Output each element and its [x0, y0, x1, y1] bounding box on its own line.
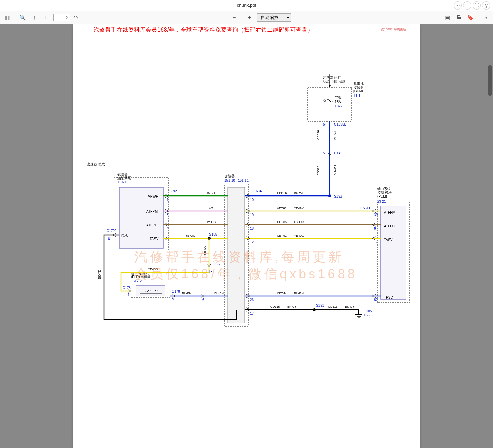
svg-text:GD115: GD115 [328, 305, 338, 309]
header-banner: 汽修帮手在线资料库会员168/年，全球车型资料免费查询（扫码右边二维码即可查看） [73, 24, 420, 36]
svg-text:VET86: VET86 [277, 207, 287, 210]
svg-rect-21 [308, 87, 352, 121]
print-icon[interactable]: 🖶 [455, 14, 463, 22]
page-total-label: / 9 [74, 16, 78, 20]
svg-text:CET85: CET85 [277, 220, 287, 224]
svg-text:VT: VT [209, 207, 213, 210]
svg-text:C145: C145 [334, 151, 342, 155]
svg-text:51: 51 [323, 151, 327, 155]
target-button[interactable]: ◎ [482, 1, 490, 10]
maximize-button[interactable]: ⛶ [473, 1, 481, 10]
svg-text:VPWR: VPWR [148, 194, 158, 198]
svg-text:起动或 运行状态 下的 电源: 起动或 运行状态 下的 电源 [323, 76, 345, 83]
svg-point-107 [313, 308, 316, 311]
svg-text:5: 5 [167, 213, 169, 217]
sidebar-toggle-icon[interactable]: ▥ [3, 14, 12, 22]
svg-text:C1792: C1792 [167, 189, 177, 193]
svg-text:CBB26: CBB26 [277, 191, 287, 195]
svg-text:S185: S185 [209, 232, 217, 236]
svg-text:BU-WH: BU-WH [334, 165, 337, 176]
svg-text:87: 87 [374, 298, 378, 302]
svg-text:GY-OG: GY-OG [294, 220, 304, 224]
svg-text:C177: C177 [213, 262, 221, 266]
svg-text:CBB26: CBB26 [317, 166, 320, 175]
svg-text:39: 39 [374, 213, 378, 217]
svg-text:12: 12 [250, 240, 254, 244]
page-viewport: 汽修帮手在线资料库会员168/年，全球车型资料免费查询（扫码右边二维码即可查看）… [0, 24, 493, 448]
svg-text:GN-VT: GN-VT [206, 191, 216, 195]
svg-text:S192: S192 [334, 194, 342, 198]
svg-text:ATFPC: ATFPC [146, 223, 157, 227]
svg-text:C178: C178 [172, 290, 180, 293]
svg-rect-17 [136, 286, 165, 296]
svg-text:变速器: 变速器 [224, 174, 235, 178]
zoom-select[interactable]: 自动缩放 [257, 13, 291, 22]
svg-text:GD115: GD115 [270, 305, 280, 309]
svg-rect-12 [228, 187, 245, 323]
svg-text:YE-OG: YE-OG [148, 268, 158, 271]
svg-text:C1551T: C1551T [359, 206, 371, 210]
svg-text:BU-WH: BU-WH [294, 191, 305, 195]
svg-text:17: 17 [250, 312, 254, 315]
svg-text:TPSC: TPSC [384, 296, 393, 299]
bookmark-icon[interactable]: 🔖 [466, 14, 474, 22]
svg-text:18: 18 [250, 227, 254, 230]
svg-text:26: 26 [250, 298, 254, 302]
more-button[interactable]: ⋯ [454, 1, 462, 10]
svg-text:6: 6 [108, 237, 110, 241]
next-page-icon[interactable]: ↓ [42, 14, 50, 22]
svg-point-25 [324, 100, 326, 102]
svg-text:4: 4 [167, 227, 169, 230]
zoom-in-icon[interactable]: + [245, 14, 254, 22]
svg-text:YE-OG: YE-OG [185, 234, 195, 237]
svg-text:C168A: C168A [252, 189, 262, 193]
svg-text:23-21: 23-21 [377, 200, 386, 203]
svg-text:TASV: TASV [384, 238, 393, 242]
svg-rect-31 [381, 206, 406, 299]
svg-text:3: 3 [167, 240, 169, 244]
svg-text:1: 1 [167, 198, 169, 202]
pdf-toolbar: ▥ 🔍 ↑ ↓ / 9 − + 自动缩放 ▣ 🖶 🔖 » [0, 11, 493, 24]
separator [478, 14, 478, 21]
separator [15, 14, 15, 21]
svg-text:C1792: C1792 [107, 229, 117, 233]
presentation-icon[interactable]: ▣ [443, 14, 451, 22]
svg-text:54: 54 [323, 123, 327, 126]
page-number-input[interactable] [53, 14, 70, 21]
svg-text:CET44: CET44 [277, 292, 287, 295]
window-titlebar: chunk.pdf ⋯ — ⛶ ◎ [0, 0, 493, 11]
svg-text:蓄电池接线盒[BCMC]: 蓄电池接线盒[BCMC] [353, 82, 365, 93]
svg-text:接地: 接地 [121, 234, 128, 237]
svg-text:YE-GY: YE-GY [294, 207, 304, 210]
pdf-page: 汽修帮手在线资料库会员168/年，全球车型资料免费查询（扫码右边二维码即可查看）… [73, 24, 420, 448]
svg-text:TASV: TASV [150, 237, 159, 241]
search-icon[interactable]: 🔍 [19, 14, 27, 22]
svg-text:BK-GY: BK-GY [345, 305, 354, 309]
svg-text:151-11: 151-11 [238, 179, 249, 182]
scrollbar-thumb[interactable] [488, 65, 492, 96]
svg-text:1: 1 [128, 293, 130, 297]
svg-text:F26: F26 [335, 96, 341, 100]
svg-text:变速器 总成: 变速器 总成 [87, 162, 105, 166]
svg-text:BU-BN: BU-BN [182, 292, 191, 295]
svg-text:6: 6 [202, 298, 204, 302]
svg-text:GY-OG: GY-OG [206, 220, 216, 224]
svg-text:ATFPM: ATFPM [146, 210, 158, 213]
svg-text:ATFPM: ATFPM [384, 211, 395, 214]
svg-text:15A: 15A [335, 100, 341, 104]
svg-text:G105: G105 [364, 309, 372, 313]
prev-page-icon[interactable]: ↑ [30, 14, 38, 22]
svg-text:2: 2 [172, 298, 174, 302]
separator [242, 14, 242, 21]
minimize-button[interactable]: — [463, 1, 471, 10]
svg-text:17: 17 [374, 240, 378, 244]
svg-text:BU-BN: BU-BN [294, 292, 304, 295]
svg-text:10: 10 [250, 198, 254, 202]
svg-text:CBB26: CBB26 [317, 130, 320, 140]
tools-menu-icon[interactable]: » [481, 14, 490, 22]
svg-text:BK-YE: BK-YE [98, 270, 101, 279]
svg-text:151-10: 151-10 [224, 179, 235, 182]
svg-text:11-1: 11-1 [353, 94, 360, 98]
zoom-out-icon[interactable]: − [230, 14, 238, 22]
window-controls: ⋯ — ⛶ ◎ [454, 1, 490, 10]
